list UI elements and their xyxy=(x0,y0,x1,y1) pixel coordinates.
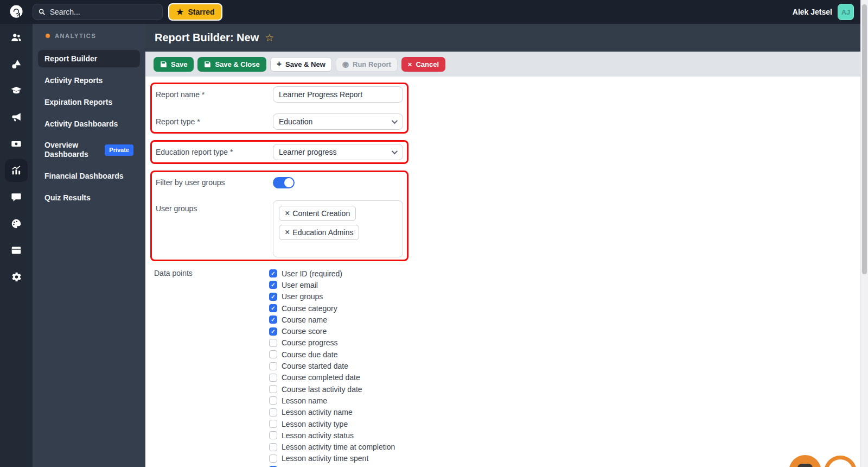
data-point-checkbox[interactable] xyxy=(269,293,277,301)
data-point-checkbox[interactable] xyxy=(269,350,277,358)
data-point-row[interactable]: Course completed date xyxy=(269,372,395,383)
rail-item-billing[interactable] xyxy=(0,130,33,157)
data-point-label: Course progress xyxy=(282,338,338,347)
section-label: ANALYTICS xyxy=(55,33,96,39)
data-point-row[interactable]: Lesson activity time at completion xyxy=(269,441,395,452)
data-point-checkbox[interactable] xyxy=(269,374,277,382)
rail-item-messages[interactable] xyxy=(0,184,33,210)
data-point-checkbox[interactable] xyxy=(269,281,277,289)
report-name-input[interactable] xyxy=(273,86,403,103)
page-header: Report Builder: New ☆ xyxy=(145,24,860,52)
search-input[interactable] xyxy=(50,8,157,16)
user-group-tag[interactable]: Content Creation xyxy=(279,206,356,221)
remove-tag-icon[interactable] xyxy=(285,228,290,237)
data-point-row[interactable]: Course last activity date xyxy=(269,383,395,395)
data-point-row[interactable]: Course category xyxy=(269,302,395,314)
data-point-checkbox[interactable] xyxy=(269,269,277,277)
window-icon xyxy=(10,244,22,256)
sidebar-section-analytics: ANALYTICS xyxy=(33,30,145,41)
data-point-checkbox[interactable] xyxy=(269,385,277,393)
sidebar-item[interactable]: Quiz Results xyxy=(38,189,140,206)
icon-rail xyxy=(0,24,33,467)
data-point-label: Course category xyxy=(282,304,337,313)
rail-item-users[interactable] xyxy=(0,24,33,51)
user-name: Alek Jetsel xyxy=(793,8,832,16)
run-report-button[interactable]: ◉ Run Report xyxy=(336,57,398,72)
data-point-checkbox[interactable] xyxy=(269,431,277,439)
rail-item-appearance[interactable] xyxy=(0,210,33,237)
data-point-row[interactable]: Course score xyxy=(269,325,395,337)
data-point-row[interactable]: Lesson activity time spent xyxy=(269,453,395,464)
data-point-checkbox[interactable] xyxy=(269,396,277,405)
data-point-checkbox[interactable] xyxy=(269,304,277,312)
analytics-chart-icon xyxy=(10,165,22,176)
app-logo[interactable] xyxy=(0,3,33,21)
sidebar-item[interactable]: Overview Dashboards Private xyxy=(38,137,140,163)
rail-item-settings[interactable] xyxy=(0,263,33,290)
sidebar-item[interactable]: Report Builder xyxy=(38,50,140,67)
data-point-checkbox[interactable] xyxy=(269,420,277,428)
user-groups-multiselect[interactable]: Content Creation Education Admins xyxy=(273,200,403,257)
data-point-row[interactable]: Lesson name xyxy=(269,395,395,406)
data-point-row[interactable]: Course progress xyxy=(269,337,395,349)
data-point-checkbox[interactable] xyxy=(269,408,277,416)
save-new-button[interactable]: + Save & New xyxy=(270,57,332,72)
tag-label: Content Creation xyxy=(292,209,350,218)
tag-label: Education Admins xyxy=(292,228,353,237)
page-title: Report Builder: New xyxy=(155,31,259,44)
cancel-button[interactable]: × Cancel xyxy=(401,57,445,72)
data-point-row[interactable]: Lesson activity type xyxy=(269,418,395,430)
scrollbar-thumb[interactable] xyxy=(862,4,867,274)
report-type-value: Education xyxy=(279,117,312,126)
data-point-row[interactable]: Course name xyxy=(269,314,395,325)
data-point-label: Lesson activity time at completion xyxy=(282,443,395,451)
data-point-row[interactable]: Lesson activity name xyxy=(269,407,395,418)
sidebar-item[interactable]: Financial Dashboards xyxy=(38,167,140,185)
data-point-checkbox[interactable] xyxy=(269,339,277,347)
sidebar-menu: Report Builder Activity Reports Expirati… xyxy=(33,50,145,206)
data-point-row[interactable]: User ID (required) xyxy=(269,268,395,279)
data-point-row[interactable]: Lesson activity Score / Maximum xyxy=(269,464,395,467)
toggle-knob xyxy=(284,178,293,187)
data-point-label: Course score xyxy=(282,327,327,336)
data-point-checkbox[interactable] xyxy=(269,327,277,336)
education-report-type-select[interactable]: Learner progress xyxy=(273,144,403,160)
data-point-row[interactable]: User groups xyxy=(269,291,395,302)
data-point-checkbox[interactable] xyxy=(269,315,277,324)
highlight-group-user-groups: Filter by user groups User groups Conten… xyxy=(150,171,409,261)
user-group-tag[interactable]: Education Admins xyxy=(279,225,359,240)
save-close-button[interactable]: Save & Close xyxy=(197,57,266,72)
sidebar-item[interactable]: Activity Dashboards xyxy=(38,115,140,132)
rail-item-marketing[interactable] xyxy=(0,104,33,130)
sidebar-item-label: Activity Dashboards xyxy=(44,119,118,129)
data-point-checkbox[interactable] xyxy=(269,443,277,451)
private-badge: Private xyxy=(105,144,133,156)
data-point-label: User ID (required) xyxy=(282,269,342,278)
rail-item-education[interactable] xyxy=(0,77,33,104)
starred-button[interactable]: ★ Starred xyxy=(168,3,222,21)
favorite-star-icon[interactable]: ☆ xyxy=(265,31,274,44)
data-point-checkbox[interactable] xyxy=(269,362,277,370)
data-point-row[interactable]: Lesson activity status xyxy=(269,430,395,441)
rail-item-analytics[interactable] xyxy=(0,157,33,184)
chat-bubble-icon xyxy=(797,464,813,467)
data-point-row[interactable]: User email xyxy=(269,279,395,291)
save-icon xyxy=(204,61,211,68)
remove-tag-icon[interactable] xyxy=(285,209,290,218)
data-point-checkbox[interactable] xyxy=(269,455,277,463)
sidebar-item[interactable]: Activity Reports xyxy=(38,72,140,89)
rail-item-content[interactable] xyxy=(0,51,33,77)
save-button[interactable]: Save xyxy=(154,57,194,72)
sidebar-item[interactable]: Expiration Reports xyxy=(38,93,140,111)
avatar[interactable]: AJ xyxy=(838,4,854,20)
gear-icon xyxy=(10,271,22,283)
search-icon xyxy=(39,8,46,16)
data-point-row[interactable]: Course due date xyxy=(269,349,395,360)
filter-by-user-groups-label: Filter by user groups xyxy=(154,178,273,187)
data-point-label: Course completed date xyxy=(282,373,360,382)
data-point-row[interactable]: Course started date xyxy=(269,360,395,371)
run-icon: ◉ xyxy=(342,60,349,68)
rail-item-site[interactable] xyxy=(0,237,33,263)
filter-by-user-groups-toggle[interactable] xyxy=(273,177,295,188)
report-type-select[interactable]: Education xyxy=(273,113,403,130)
